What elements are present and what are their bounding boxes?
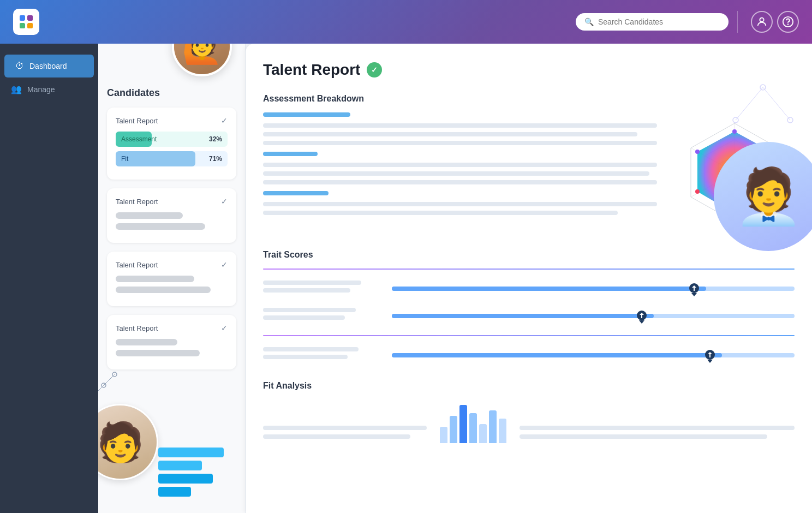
search-icon: 🔍 xyxy=(584,17,594,26)
svg-rect-1 xyxy=(27,15,33,21)
fit-progress: Fit 71% xyxy=(116,151,228,166)
placeholder-bar xyxy=(116,276,194,282)
fit-bar xyxy=(489,410,497,443)
trait-marker xyxy=(689,283,699,293)
main-content: 🙋 Candidates Talent Report ✓ Assessment … xyxy=(98,44,812,513)
placeholder-bar xyxy=(116,223,205,230)
text-line xyxy=(263,180,657,184)
help-icon[interactable] xyxy=(777,11,799,33)
svg-line-16 xyxy=(736,87,763,120)
fit-value: 71% xyxy=(209,155,222,163)
trait-bar-bg xyxy=(392,287,795,291)
card-1-title: Talent Report xyxy=(116,117,158,125)
report-title-area: Talent Report ✓ xyxy=(263,61,795,79)
fit-bar xyxy=(469,413,477,443)
report-panel: 🧑‍💼 Talent Report ✓ Assessment Breakdown xyxy=(246,44,812,513)
search-bar[interactable]: 🔍 xyxy=(576,13,729,31)
candidate-card-1[interactable]: Talent Report ✓ Assessment 32% Fit 71% xyxy=(107,108,236,180)
fit-label: Fit xyxy=(121,155,128,163)
deco-bar-4 xyxy=(158,487,191,497)
deco-graph-left xyxy=(98,369,120,404)
sidebar-label-manage: Manage xyxy=(27,85,55,94)
candidate-card-3[interactable]: Talent Report ✓ xyxy=(107,252,236,306)
text-line xyxy=(263,355,348,359)
text-line xyxy=(520,426,795,430)
card-2-check-icon: ✓ xyxy=(221,197,228,206)
deco-bar-2 xyxy=(158,461,202,470)
card-4-title: Talent Report xyxy=(116,324,158,332)
trait-bar-3 xyxy=(392,353,795,357)
verified-icon: ✓ xyxy=(367,62,382,77)
trait-bar-1 xyxy=(392,287,795,291)
trait-scores-section: Trait Scores xyxy=(263,250,795,363)
app-header: 🔍 xyxy=(0,0,812,44)
deco-graph-right xyxy=(725,76,801,144)
placeholder-bar xyxy=(116,287,211,293)
svg-point-33 xyxy=(695,150,700,154)
text-line xyxy=(263,163,657,167)
search-input[interactable] xyxy=(598,17,720,26)
deco-avatar-right: 🧑‍💼 xyxy=(714,142,812,251)
trait-row-3 xyxy=(263,347,795,363)
trait-marker xyxy=(637,311,647,320)
text-line xyxy=(263,281,361,285)
text-line xyxy=(263,426,427,430)
report-title-text: Talent Report xyxy=(263,61,360,79)
text-line xyxy=(263,123,657,128)
candidate-card-2[interactable]: Talent Report ✓ xyxy=(107,188,236,243)
trait-bar-fill xyxy=(392,314,654,318)
svg-line-12 xyxy=(104,374,115,385)
text-line xyxy=(263,315,345,320)
text-line-heading xyxy=(263,191,329,195)
fit-content xyxy=(263,399,795,443)
text-line-heading xyxy=(263,112,350,117)
text-line xyxy=(263,171,649,176)
user-account-icon[interactable] xyxy=(751,11,773,33)
fit-bar xyxy=(479,424,487,443)
fit-analysis-title: Fit Analysis xyxy=(263,381,795,391)
fit-bar xyxy=(450,416,457,443)
dashboard-icon: ⏱ xyxy=(15,61,24,71)
svg-rect-2 xyxy=(20,23,25,28)
trait-bar-bg xyxy=(392,353,795,357)
text-line xyxy=(520,434,767,439)
svg-line-17 xyxy=(763,87,790,120)
fit-bar-chart xyxy=(440,399,506,443)
trait-marker xyxy=(705,350,715,360)
trait-row-2 xyxy=(263,308,795,324)
section-divider xyxy=(263,335,795,336)
trait-row-1 xyxy=(263,281,795,297)
trait-bar-bg xyxy=(392,314,795,318)
trait-bar-2 xyxy=(392,314,795,318)
fit-text xyxy=(263,426,427,443)
deco-avatar-left: 🧑 xyxy=(98,404,158,480)
text-line xyxy=(263,347,359,351)
svg-point-4 xyxy=(24,20,28,24)
header-divider xyxy=(737,11,738,33)
text-line xyxy=(263,202,657,206)
text-line xyxy=(263,211,618,215)
app-logo xyxy=(13,9,39,35)
text-line xyxy=(263,288,350,293)
deco-bar-3 xyxy=(158,474,213,484)
assessment-progress: Assessment 32% xyxy=(116,132,228,147)
assessment-label: Assessment xyxy=(121,135,157,143)
fit-text-area xyxy=(520,426,795,443)
text-line xyxy=(263,434,410,439)
card-2-title: Talent Report xyxy=(116,198,158,206)
trait-scores-title: Trait Scores xyxy=(263,250,795,260)
text-line xyxy=(263,308,356,312)
fit-bar-accent xyxy=(459,405,467,443)
deco-bar-1 xyxy=(158,448,224,457)
sidebar-item-manage[interactable]: 👥 Manage xyxy=(0,77,98,101)
text-line xyxy=(263,141,657,145)
assessment-value: 32% xyxy=(209,135,222,143)
fit-bar xyxy=(440,427,447,443)
sidebar-item-dashboard[interactable]: ⏱ Dashboard xyxy=(4,55,94,77)
assessment-breakdown-section: Assessment Breakdown xyxy=(263,94,795,232)
candidate-card-4[interactable]: Talent Report ✓ xyxy=(107,315,236,369)
manage-icon: 👥 xyxy=(11,84,22,94)
candidates-title: Candidates xyxy=(107,87,236,99)
placeholder-bar xyxy=(116,350,200,356)
assessment-content xyxy=(263,112,795,232)
